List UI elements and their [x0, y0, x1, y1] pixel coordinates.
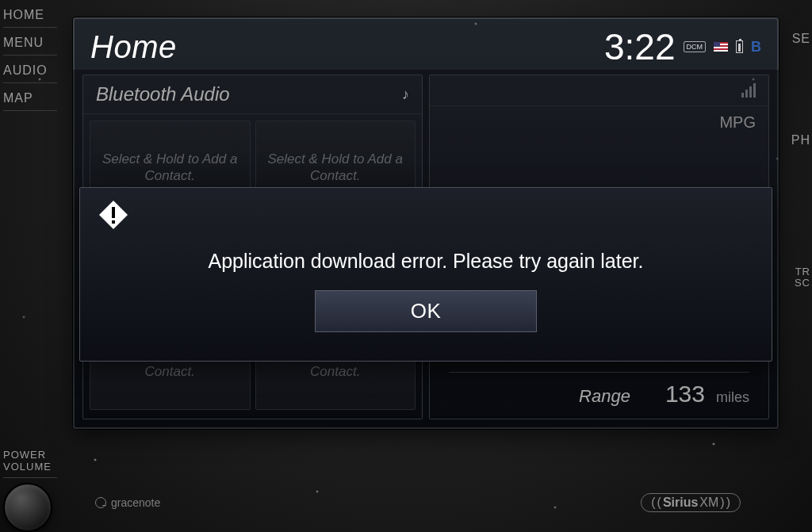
warning-icon	[98, 199, 129, 231]
page-title: Home	[90, 29, 596, 65]
hard-btn-seek[interactable]: SE	[791, 24, 812, 54]
wave-left-icon	[657, 496, 661, 510]
wave-left-icon	[651, 496, 655, 510]
error-dialog: Application download error. Please try a…	[79, 187, 772, 362]
hard-btn-menu[interactable]: MENU	[3, 28, 57, 55]
bluetooth-icon: B	[751, 39, 761, 55]
svg-rect-2	[112, 220, 115, 224]
bezel-logo-row: gracenote SiriusXM	[0, 491, 812, 515]
status-bar: Home 3:22 DCM B	[73, 17, 779, 70]
wave-right-icon	[720, 496, 724, 510]
left-hard-buttons: HOME MENU AUDIO MAP POWERVOLUME	[3, 0, 57, 532]
power-volume-label: POWERVOLUME	[3, 442, 57, 478]
sirius-text: Sirius	[663, 496, 698, 510]
gracenote-g-icon	[95, 497, 106, 508]
siriusxm-logo: SiriusXM	[641, 493, 741, 512]
xm-text: XM	[699, 496, 718, 510]
hard-btn-home[interactable]: HOME	[3, 0, 57, 28]
hard-btn-phone[interactable]: PH	[790, 125, 812, 155]
hard-btn-map[interactable]: MAP	[3, 83, 57, 111]
gracenote-logo: gracenote	[95, 496, 160, 509]
gracenote-text: gracenote	[111, 496, 160, 509]
dcm-indicator: DCM	[684, 41, 707, 52]
right-hard-buttons: SE PH TRSC	[795, 0, 812, 532]
wave-right-icon	[726, 496, 730, 510]
error-message: Application download error. Please try a…	[201, 231, 652, 290]
hard-btn-track[interactable]: TRSC	[793, 258, 812, 297]
ok-button[interactable]: OK	[315, 290, 537, 332]
battery-icon	[736, 40, 743, 53]
infotainment-screen: Home 3:22 DCM B Bluetooth Audio ♪ Select…	[73, 17, 779, 429]
hard-btn-audio[interactable]: AUDIO	[3, 55, 57, 83]
svg-rect-1	[112, 207, 115, 218]
flag-icon	[714, 42, 728, 52]
dashboard-bezel: HOME MENU AUDIO MAP POWERVOLUME SE PH TR…	[0, 0, 812, 532]
clock: 3:22	[604, 25, 676, 68]
